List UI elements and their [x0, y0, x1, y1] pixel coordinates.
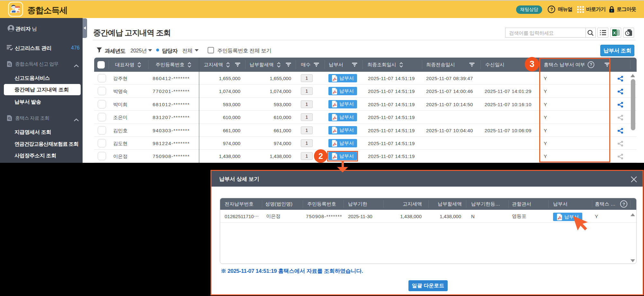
svg-text:X: X — [613, 31, 616, 35]
svg-text:?: ? — [622, 202, 625, 207]
svg-text:?: ? — [550, 7, 553, 12]
